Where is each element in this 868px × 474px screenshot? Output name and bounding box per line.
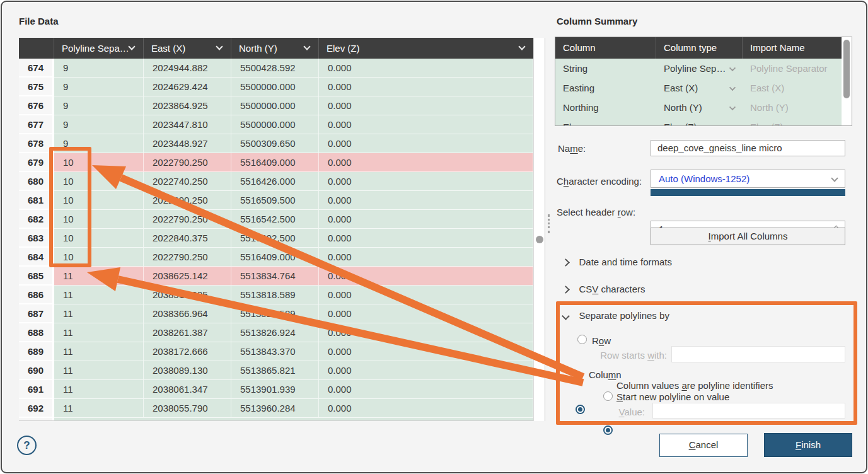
summary-column-type-dropdown[interactable]: East (X) [656,78,743,98]
east-cell: 2022790.250 [144,153,231,172]
row-number-cell: 682 [19,210,54,229]
north-cell: 5500000.000 [231,96,319,115]
summary-column-cell: String [555,59,656,78]
summary-column-cell: Elev [555,117,656,126]
chevron-down-icon [729,84,736,91]
separate-polylines-section[interactable]: Separate polylines by [563,310,669,321]
summary-scrollbar[interactable] [842,37,852,125]
column-header-label: Elev (Z) [327,43,360,54]
encoding-value: Auto (Windows-1252) [659,173,749,184]
table-row: 692112038055.7905513960.2840.000 [19,399,533,418]
north-cell: 5513901.939 [231,380,319,399]
column-header-north-y[interactable]: North (Y) [231,38,319,59]
summary-column-type-dropdown[interactable]: Elev (Z) [656,117,743,126]
east-cell: 2038089.130 [144,361,231,380]
table-row: 683102022840.3755516492.5000.000 [19,229,533,248]
help-button[interactable]: ? [17,436,37,455]
column-radio[interactable] [576,405,585,414]
table-row: 686112038516.9955513818.5890.000 [19,286,533,304]
row-number-cell: 681 [19,191,54,210]
table-row: 684102022790.2505516409.0000.000 [19,248,533,267]
summary-column-type-dropdown[interactable]: Polyline Sep… [656,59,743,78]
polyline-separator-cell: 10 [54,153,144,172]
chevron-down-icon[interactable] [216,43,223,50]
east-cell: 2022790.250 [144,210,231,229]
elev-cell: 0.000 [319,59,533,78]
column-header-east-x[interactable]: East (X) [144,38,231,59]
polyline-separator-cell: 10 [54,248,144,267]
east-cell: 2022840.375 [144,229,231,248]
elev-cell: 0.000 [319,78,533,96]
column-radio-label: Column [589,369,622,380]
character-encoding-dropdown[interactable]: Auto (Windows-1252) [651,170,845,188]
north-cell: 5513818.589 [231,286,319,304]
chevron-right-icon [562,258,570,267]
east-cell: 2038366.964 [144,304,231,323]
table-row: 689112038172.6665513843.3700.000 [19,342,533,361]
header-column: Column [555,37,656,59]
row-radio[interactable] [577,335,587,344]
chevron-down-icon[interactable] [128,43,135,50]
chevron-down-icon[interactable] [518,43,525,50]
csv-characters-label: CSV characters [579,284,645,294]
polyline-separator-cell: 10 [54,229,144,248]
summary-column-cell: Easting [555,78,656,98]
column-header-label: East (X) [151,43,185,54]
row-number-cell: 676 [19,96,54,115]
table-row: 687112038366.9645513818.5890.000 [19,304,533,323]
east-cell: 2022740.250 [144,172,231,191]
polyline-separator-cell: 11 [54,380,144,399]
east-cell: 2022790.250 [144,248,231,267]
east-cell: 2023864.925 [144,96,231,115]
elev-cell: 0.000 [319,115,533,134]
scrollbar-thumb[interactable] [536,236,543,243]
polyline-separator-cell: 9 [54,96,144,115]
row-number-cell: 683 [19,229,54,248]
summary-import-name-cell: North (Y) [743,98,842,117]
start-new-polyline-radio[interactable] [603,391,613,401]
chevron-down-icon[interactable] [303,43,310,50]
finish-button[interactable]: Finish [764,433,852,457]
polyline-separator-cell: 11 [54,361,144,380]
chevron-down-icon [729,65,736,71]
elev-cell: 0.000 [319,380,533,399]
elev-cell: 0.000 [319,304,533,323]
east-cell: 2023448.927 [144,134,231,153]
import-all-columns-button[interactable]: Import All Columns [651,228,845,245]
encoding-indicator-bar [651,189,845,196]
north-cell: 5516509.500 [231,191,319,210]
table-row: 690112038089.1305513865.8210.000 [19,361,533,380]
polyline-separator-cell: 11 [54,304,144,323]
north-cell: 5500309.650 [231,134,319,153]
summary-import-name-cell: Elev (Z) [743,117,842,126]
polyline-separator-cell: 11 [54,323,144,342]
elev-cell: 0.000 [319,96,533,115]
name-label: Name: [558,143,586,154]
date-time-formats-section[interactable]: Date and time formats [563,257,672,268]
name-input[interactable]: deep_cove_gneiss_line micro [651,140,845,156]
date-time-formats-label: Date and time formats [579,257,672,267]
header-column-type: Column type [656,37,743,59]
column-header-elev-z[interactable]: Elev (Z) [319,38,533,59]
table-vertical-scrollbar[interactable] [533,38,545,421]
panel-splitter-grip[interactable] [548,214,550,233]
north-cell: 5500000.000 [231,78,319,96]
elev-cell: 0.000 [319,191,533,210]
north-cell: 5516492.500 [231,229,319,248]
north-cell: 5500428.592 [231,59,319,78]
column-header-label: Polyline Sepa… [62,43,129,54]
summary-column-type-dropdown[interactable]: North (Y) [656,98,743,117]
summary-scrollbar-thumb[interactable] [843,40,850,98]
cancel-button[interactable]: Cancel [659,434,748,457]
north-cell: 5513818.589 [231,304,319,323]
column-values-identifiers-radio[interactable] [603,425,613,435]
summary-row: ElevElev (Z)Elev (Z) [555,117,852,126]
row-number-cell: 674 [19,59,54,78]
csv-characters-section[interactable]: CSV characters [563,284,645,295]
column-summary-title: Column Summary [557,16,637,26]
column-header-polyline-separator[interactable]: Polyline Sepa… [54,38,144,59]
chevron-down-icon [831,175,838,182]
question-mark-icon: ? [23,439,30,451]
row-starts-with-label: Row starts with: [598,350,667,361]
east-cell: 2038625.142 [144,267,231,286]
